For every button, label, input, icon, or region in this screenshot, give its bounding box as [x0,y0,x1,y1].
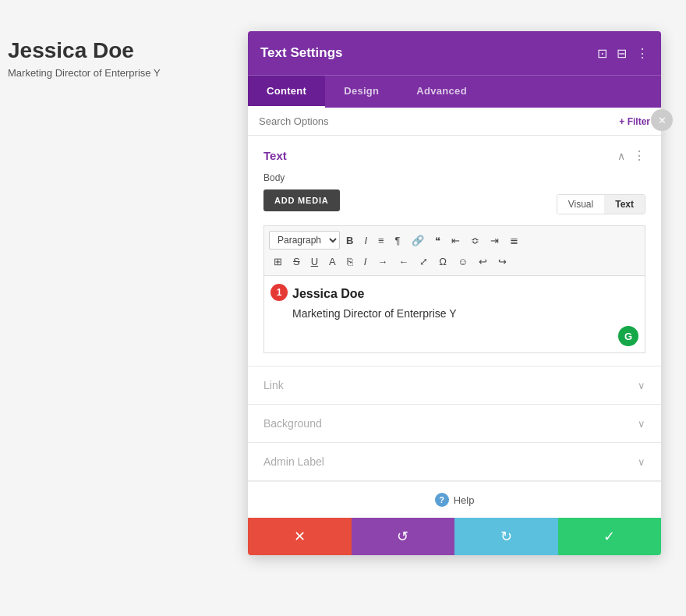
view-toggle: Visual Text [557,194,645,214]
more-icon[interactable]: ⋮ [636,46,649,61]
admin-label-section[interactable]: Admin Label ∨ [248,443,661,481]
redo-button[interactable]: ↻ [454,518,558,555]
filter-button[interactable]: + Filter [619,116,650,127]
undo-editor-button[interactable]: ↩ [474,253,492,271]
person-title: Marketing Director of Enterprise Y [8,67,161,79]
panel-header: Text Settings ⊡ ⊟ ⋮ [248,31,661,75]
add-media-button[interactable]: ADD MEDIA [263,189,340,211]
blockquote-button[interactable]: ❝ [430,232,445,250]
text-color-button[interactable]: A [324,253,341,271]
align-justify-button[interactable]: ≣ [505,232,523,250]
background-chevron-icon: ∨ [638,418,645,430]
help-text: Help [454,494,475,506]
tab-content[interactable]: Content [248,76,325,108]
text-view-button[interactable]: Text [604,195,645,214]
text-settings-panel: Text Settings ⊡ ⊟ ⋮ Content Design Advan… [248,31,661,555]
link-button[interactable]: 🔗 [407,232,429,250]
paragraph-select[interactable]: Paragraph [269,231,340,250]
emoji-button[interactable]: ☺ [453,253,472,271]
editor-body: Marketing Director of Enterprise Y [292,307,634,320]
save-button[interactable]: ✓ [558,518,662,555]
link-section[interactable]: Link ∨ [248,366,661,405]
bold-button[interactable]: B [341,232,358,250]
text-section-menu-icon[interactable]: ⋮ [633,148,645,163]
fullscreen-button[interactable]: ⤢ [415,253,433,271]
text-section-controls: ∧ ⋮ [617,148,645,163]
omega-button[interactable]: Ω [434,253,451,271]
cancel-button[interactable]: ✕ [248,518,352,555]
text-section: Text ∧ ⋮ Body ADD MEDIA Visual Text Para [248,136,661,366]
admin-chevron-icon: ∨ [638,456,645,468]
align-center-button[interactable]: ≎ [466,232,484,250]
panel-header-icons: ⊡ ⊟ ⋮ [597,46,649,61]
person-info: Jessica Doe Marketing Director of Enterp… [8,37,161,79]
link-section-title: Link [263,379,284,391]
search-input[interactable] [259,115,619,127]
editor-toolbar: Paragraph B I ≡ ¶ 🔗 ❝ ⇤ ≎ ⇥ ≣ ⊞ S U [263,225,645,275]
visual-view-button[interactable]: Visual [557,195,604,214]
outdent-button[interactable]: ← [394,253,413,271]
indent-button[interactable]: → [373,253,392,271]
tab-bar: Content Design Advanced [248,75,661,108]
unordered-list-button[interactable]: ≡ [373,232,389,250]
help-icon: ? [435,493,449,507]
focus-icon[interactable]: ⊡ [597,46,607,61]
background-section[interactable]: Background ∨ [248,405,661,443]
panel-body: Text ∧ ⋮ Body ADD MEDIA Visual Text Para [248,136,661,518]
text-section-title: Text [263,149,287,162]
search-bar: + Filter [248,108,661,136]
text-collapse-icon[interactable]: ∧ [617,150,625,162]
table-button[interactable]: ⊞ [269,253,287,271]
help-bar: ? Help [248,481,661,518]
editor-badge: 1 [271,284,288,301]
paste-button[interactable]: ⎘ [342,253,358,271]
tab-advanced[interactable]: Advanced [398,76,486,108]
panel-title: Text Settings [260,45,342,61]
link-chevron-icon: ∨ [638,380,645,391]
grammarly-badge: G [618,326,638,346]
underline-button[interactable]: U [306,253,323,271]
panel-close-button[interactable]: ✕ [651,109,673,131]
ordered-list-button[interactable]: ¶ [391,232,405,250]
editor-area[interactable]: 1 Jessica Doe Marketing Director of Ente… [263,275,645,353]
undo-button[interactable]: ↺ [352,518,455,555]
tab-design[interactable]: Design [325,76,398,108]
body-label: Body [263,172,645,183]
editor-heading: Jessica Doe [292,287,634,301]
columns-icon[interactable]: ⊟ [617,46,627,61]
redo-editor-button[interactable]: ↪ [493,253,511,271]
toolbar-row-2: ⊞ S U A ⎘ I → ← ⤢ Ω ☺ ↩ ↪ [269,251,640,272]
background-section-title: Background [263,417,322,430]
align-left-button[interactable]: ⇤ [447,232,465,250]
align-right-button[interactable]: ⇥ [486,232,504,250]
admin-label-title: Admin Label [263,455,324,468]
strikethrough-button[interactable]: S [288,253,305,271]
italic-alt-button[interactable]: I [359,253,372,271]
person-name: Jessica Doe [8,37,161,64]
action-bar: ✕ ↺ ↻ ✓ [248,518,661,555]
italic-button[interactable]: I [359,232,372,250]
text-section-header: Text ∧ ⋮ [263,148,645,163]
editor-content: Jessica Doe Marketing Director of Enterp… [292,287,634,320]
toolbar-row-1: Paragraph B I ≡ ¶ 🔗 ❝ ⇤ ≎ ⇥ ≣ [269,229,640,251]
